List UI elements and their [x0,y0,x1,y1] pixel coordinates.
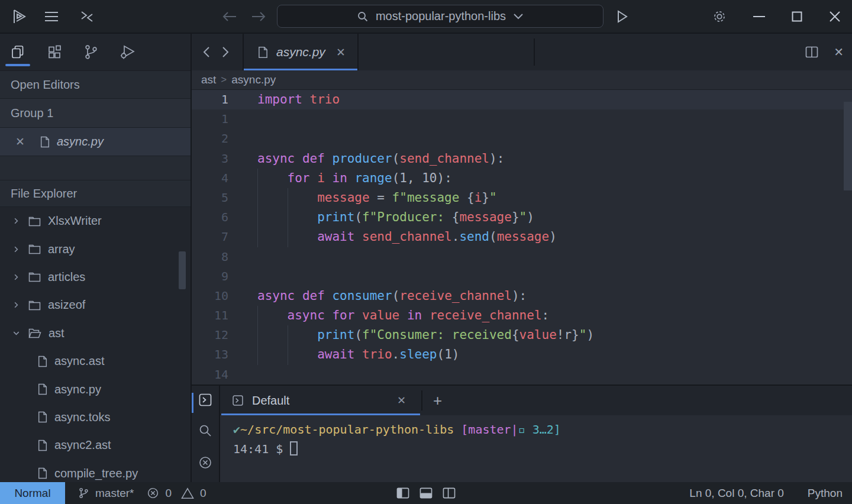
terminal-line: 14:41 $ [233,440,852,459]
toggle-left-panel-button[interactable] [396,487,410,499]
back-button[interactable] [218,0,241,33]
file-item-async.py[interactable]: async.py [0,375,191,403]
code-line[interactable]: 1import trio [192,90,852,109]
tree-item-label: articles [48,270,85,284]
folder-item-array[interactable]: array [0,235,191,263]
folder-item-ast[interactable]: ast [0,319,191,347]
close-editor-icon[interactable]: ✕ [15,135,27,148]
folder-item-XlsxWriter[interactable]: XlsxWriter [0,207,191,235]
file-item-async.toks[interactable]: async.toks [0,403,191,431]
diagnostics-status[interactable]: 0 0 [147,487,206,500]
breadcrumb-file[interactable]: async.py [231,73,276,86]
terminal-tab-divider [421,390,422,411]
run-button[interactable] [611,0,634,33]
tree-item-label: asizeof [48,298,85,312]
terminal-output[interactable]: ✔~/src/most-popular-python-libs [master|… [220,415,852,483]
code-line[interactable]: 4 for i in range(1, 10): [192,169,852,188]
forward-button[interactable] [247,0,270,33]
code-line[interactable]: 8 [192,247,852,267]
vim-mode-indicator[interactable]: Normal [0,482,65,504]
breadcrumb[interactable]: ast > async.py [192,70,852,90]
panel-extensions-button[interactable] [41,37,67,67]
code-line[interactable]: 10async def consumer(receive_channel): [192,286,852,306]
close-tab-icon[interactable]: ✕ [336,46,346,59]
editor-group-header[interactable]: Group 1 [0,99,191,128]
problems-panel-button[interactable] [198,455,212,470]
line-number: 14 [192,365,228,385]
sidebar-scrollbar-thumb[interactable] [179,251,186,289]
chevron-down-icon[interactable] [12,329,21,338]
editor-tab-async-py[interactable]: async.py ✕ [243,34,359,70]
file-icon [38,383,47,395]
settings-button[interactable] [707,0,732,33]
folder-item-articles[interactable]: articles [0,263,191,291]
menu-button[interactable] [39,0,64,33]
chevron-right-icon[interactable] [12,301,21,309]
split-editor-button[interactable] [805,46,818,58]
toggle-bottom-panel-button[interactable] [419,487,433,499]
terminal-panel-button[interactable] [198,393,212,407]
folder-icon [28,272,41,282]
line-number: 8 [192,247,228,267]
open-editor-item[interactable]: ✕ async.py [0,128,191,156]
close-terminal-icon[interactable]: ✕ [397,394,406,407]
terminal-tab-bar: Default ✕ + [220,386,852,415]
code-editor[interactable]: 1import trio123async def producer(send_c… [192,90,852,385]
minimize-button[interactable] [747,0,772,33]
language-mode[interactable]: Python [808,487,843,500]
cursor-position[interactable]: Ln 0, Col 0, Char 0 [689,487,783,500]
maximize-button[interactable] [785,0,809,33]
close-window-button[interactable] [822,0,847,33]
sidebar: Open Editors Group 1 ✕ async.py File Exp… [0,34,192,482]
error-count: 0 [165,487,172,500]
code-line[interactable]: 2 [192,129,852,148]
terminal-tab-default[interactable]: Default ✕ [220,386,421,415]
tab-forward-button[interactable] [221,46,230,58]
titlebar: most-popular-python-libs [0,0,852,33]
new-terminal-button[interactable]: + [433,392,442,410]
file-explorer-header[interactable]: File Explorer [0,180,191,207]
panel-files-button[interactable] [5,37,31,67]
tab-back-button[interactable] [202,46,211,58]
folder-item-asizeof[interactable]: asizeof [0,291,191,319]
line-number: 7 [192,227,228,247]
workspace-name: most-popular-python-libs [376,9,506,23]
file-item-async.ast[interactable]: async.ast [0,347,191,375]
indent-guide [257,188,258,208]
search-panel-button[interactable] [198,424,212,438]
panel-debug-button[interactable] [115,37,141,67]
code-line[interactable]: 14 [192,365,852,385]
command-palette[interactable]: most-popular-python-libs [277,5,604,28]
code-line[interactable]: 12 print(f"Consumer: received{value!r}") [192,325,852,345]
code-line[interactable]: 7 await send_channel.send(message) [192,227,852,247]
code-line[interactable]: 13 await trio.sleep(1) [192,345,852,364]
file-item-compile_tree.py[interactable]: compile_tree.py [0,460,191,482]
remote-connection-icon[interactable] [75,0,99,33]
extensions-icon [46,44,63,60]
terminal-icon [232,395,244,406]
code-line[interactable]: 3async def producer(send_channel): [192,149,852,169]
debug-icon [119,44,137,60]
file-item-async2.ast[interactable]: async2.ast [0,431,191,459]
open-editors-header[interactable]: Open Editors [0,71,191,99]
activity-bar [0,34,191,71]
chevron-right-icon[interactable] [12,245,21,254]
chevron-right-icon[interactable] [12,217,21,225]
code-line[interactable]: 6 print(f"Producer: {message}") [192,208,852,227]
chevron-down-icon[interactable] [513,13,524,20]
code-line[interactable]: 1 [192,109,852,129]
panel-source-control-button[interactable] [78,37,104,67]
folder-icon [28,328,41,338]
indent-guide [288,227,288,247]
terminal-line: ✔~/src/most-popular-python-libs [master|… [233,420,852,440]
close-editor-group-button[interactable]: ✕ [834,45,844,59]
breadcrumb-folder[interactable]: ast [201,73,216,86]
toggle-right-panel-button[interactable] [443,487,456,499]
chevron-right-icon[interactable] [12,273,21,282]
code-line[interactable]: 9 [192,267,852,286]
git-branch-status[interactable]: master* [78,487,134,500]
code-line[interactable]: 5 message = f"message {i}" [192,188,852,208]
folder-icon [28,244,41,254]
code-line[interactable]: 11 async for value in receive_channel: [192,306,852,325]
file-icon [38,440,47,451]
